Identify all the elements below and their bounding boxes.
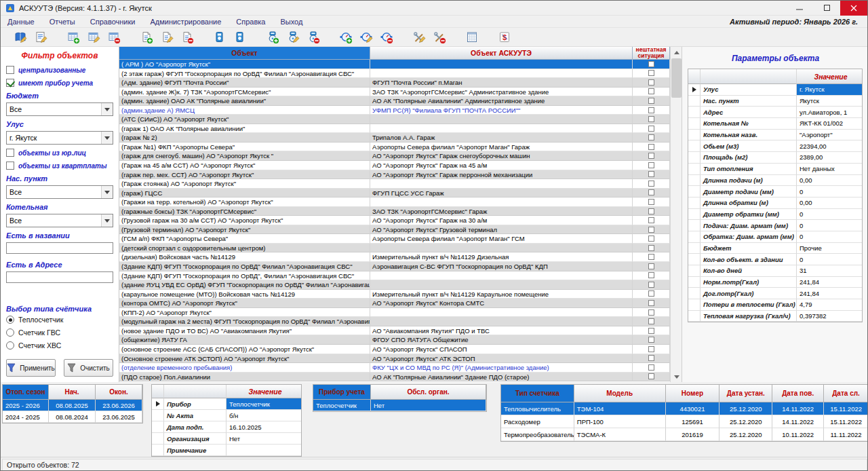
objects-table-row[interactable]: (гараж для снегоуб. машин) АО "Аэропорт … <box>119 151 670 161</box>
emergency-checkbox[interactable] <box>648 181 654 187</box>
column-header[interactable]: Номер <box>666 385 720 402</box>
column-header-object[interactable]: Объект <box>119 47 370 60</box>
param-value[interactable]: 0,00 <box>797 175 862 187</box>
askuute-name-cell[interactable]: АО АК "Полярные Авиалинии" Административ… <box>370 96 633 106</box>
param-row[interactable]: Тип отопленияНет данных <box>688 164 862 175</box>
meter-edit-button[interactable] <box>283 29 303 46</box>
object-name-cell[interactable]: (гараж пер. мех. ССТ) АО "Аэропорт Якутс… <box>119 170 370 180</box>
emergency-checkbox[interactable] <box>648 227 654 233</box>
emergency-checkbox[interactable] <box>648 364 654 371</box>
settlement-select[interactable]: Все <box>6 185 113 199</box>
askuute-name-cell[interactable]: Аэропорты Севера филиал "Аэропорт Маган"… <box>370 234 633 244</box>
param-value[interactable]: 0 <box>797 231 862 243</box>
emergency-checkbox[interactable] <box>648 318 654 324</box>
object-name-cell[interactable]: (Гаражи на терр. котельной) АО "Аэропорт… <box>119 197 370 207</box>
tools-remove-button[interactable] <box>429 29 450 46</box>
table-row[interactable]: ТеплосчетчикНет <box>313 400 486 411</box>
meter-type-option-3[interactable]: Счетчик ХВС <box>6 341 113 350</box>
act-row[interactable]: № Актаб/н <box>152 410 301 421</box>
objects-table-row[interactable]: (Основное строение АТК ЭСТОП) АО "Аэропо… <box>119 354 670 364</box>
param-value[interactable]: 4,79 <box>797 299 862 311</box>
column-header[interactable]: Отоп. сезон <box>3 385 49 400</box>
filter-checkbox-1[interactable]: централизованные <box>6 66 113 74</box>
scroll-up-icon[interactable] <box>671 47 682 58</box>
meter-type-option-2[interactable]: Счетчик ГВС <box>6 328 113 337</box>
objects-table-row[interactable]: (гараж пер. мех. ССТ) АО "Аэропорт Якутс… <box>119 170 670 180</box>
apply-filter-button[interactable]: Применить <box>6 359 56 377</box>
askuute-name-cell[interactable]: АО "Аэропорт Якутск" АТК ЭСТОП <box>370 354 633 364</box>
objects-table-row[interactable]: (2 этаж гараж) ФГУП "Госкорпорация по Ор… <box>119 69 670 79</box>
param-row[interactable]: Кол-во дней31 <box>688 265 862 277</box>
object-name-cell[interactable]: (АТС (СИиС)) АО "Аэропорт Якутск" <box>119 115 370 124</box>
param-value[interactable]: 0 <box>797 254 862 265</box>
param-row[interactable]: Кол-во объект. в здании0 <box>688 254 862 265</box>
objects-table-row[interactable]: (модульный гараж на 2 места) ФГУП "Госко… <box>119 317 670 326</box>
object-name-cell[interactable]: (общежитие) ЯАТУ ГА <box>119 335 370 345</box>
object-name-cell[interactable]: (Грузовой гараж на 30 а/м ССТ) АО "Аэроп… <box>119 216 370 225</box>
act-value[interactable]: б/н <box>226 410 301 421</box>
column-header[interactable]: Дата устан. <box>719 385 772 402</box>
emergency-checkbox[interactable] <box>648 328 654 334</box>
table-row[interactable]: РасходомерПРП-10012569125.12.202014.11.2… <box>501 415 868 428</box>
addr-search-input[interactable] <box>6 271 113 283</box>
objects-table-row[interactable]: (Адм. здание) ФГУП "Почта России"ФГУП "П… <box>119 78 670 88</box>
menu-item-3[interactable]: Справочники <box>90 18 136 26</box>
param-value[interactable]: Якутск <box>797 96 862 107</box>
column-header[interactable]: Окон. <box>96 385 142 400</box>
chevron-down-icon[interactable] <box>101 132 113 144</box>
object-name-cell[interactable]: (ГСМ а/п) ФКП "Аэропорты Севера" <box>119 234 370 244</box>
emergency-checkbox[interactable] <box>648 373 654 379</box>
param-row[interactable]: Улусг. Якутск <box>688 84 862 96</box>
askuute-name-cell[interactable]: ЗАО ТЗК "АэропортГСМсервис" Гараж <box>370 207 633 216</box>
param-value[interactable]: 31 <box>797 265 862 277</box>
menu-item-5[interactable]: Справка <box>236 18 265 26</box>
askuute-name-cell[interactable]: АО "Аэропорт Якутск" Гараж на 30 а/м <box>370 216 633 225</box>
emergency-checkbox[interactable] <box>648 254 654 260</box>
object-name-cell[interactable]: (контора ОМТС) АО "Аэропорт Якутск" <box>119 299 370 308</box>
close-button[interactable] <box>840 1 867 16</box>
objects-table-row[interactable]: (новое здание ПДО и ТО ВС) АО "Авиакомпа… <box>119 326 670 336</box>
param-row[interactable]: Подача: Диам. армат (мм)0 <box>688 220 862 231</box>
param-row[interactable]: Адресул.Авиаторов, 1 <box>688 107 862 118</box>
param-row[interactable]: Котельная назв."Аэропорт" <box>688 130 862 141</box>
emergency-checkbox[interactable] <box>648 189 654 195</box>
param-value[interactable]: 241,84 <box>797 288 862 299</box>
objects-table-row[interactable]: (отделение временного пребывания)ФКУ "ЦХ… <box>119 363 670 373</box>
askuute-name-cell[interactable]: АО "Аэропорт Якутск" Гараж снегоуборочны… <box>370 151 633 161</box>
tools-edit-button[interactable] <box>409 29 429 46</box>
object-name-cell[interactable]: (админ.здание А) ЯМСЦ <box>119 106 370 115</box>
askuute-name-cell[interactable] <box>370 280 633 290</box>
column-header[interactable]: Дата пов. <box>772 385 824 402</box>
askuute-name-cell[interactable]: АО "Аэропорт Якутск" Грузовой терминал <box>370 225 633 235</box>
emergency-checkbox[interactable] <box>648 116 654 122</box>
emergency-checkbox[interactable] <box>648 79 654 86</box>
objects-table-row[interactable]: (АТС (СИиС)) АО "Аэропорт Якутск" <box>119 115 670 124</box>
boiler-select[interactable]: Все <box>6 214 113 227</box>
askuute-name-cell[interactable]: АО АК "Полярные Авиалинии" Здание ПДО (с… <box>370 373 633 382</box>
gauge-add-button[interactable] <box>336 29 356 46</box>
param-row[interactable]: Нас. пунктЯкутск <box>688 96 862 107</box>
act-value[interactable] <box>226 445 301 456</box>
param-value[interactable]: Прочие <box>797 243 862 255</box>
param-row[interactable]: Обратка: Диам. армат (мм)0 <box>688 231 862 243</box>
param-row[interactable]: Длинна обратки (м)0,00 <box>688 197 862 209</box>
askuute-name-cell[interactable]: АО "Аэропорт Якутск" Гараж на 45 а/м <box>370 161 633 170</box>
page-remove-button[interactable] <box>177 29 197 46</box>
page-add-button[interactable] <box>136 29 157 46</box>
askuute-name-cell[interactable]: Трипалов А.А. Гараж <box>370 133 633 143</box>
objects-table-row[interactable]: (Гараж на 45 а/м ССТ) АО "Аэропорт Якутс… <box>119 161 670 170</box>
scroll-down-icon[interactable] <box>671 371 682 382</box>
filter-checkbox-2[interactable]: имеют прибор учета <box>6 79 113 87</box>
param-value[interactable]: 0 <box>797 186 862 197</box>
chevron-down-icon[interactable] <box>101 186 113 198</box>
param-row[interactable]: Норм.потр(Гкал)241,84 <box>688 277 862 288</box>
menu-item-6[interactable]: Выход <box>280 18 302 26</box>
act-value[interactable]: Нет <box>226 433 301 445</box>
act-row[interactable]: Дата подп.16.10.2025 <box>152 421 301 433</box>
emergency-checkbox[interactable] <box>648 272 654 278</box>
askuute-name-cell[interactable]: Измерительный пункт в/ч №14129 Дизельная <box>370 252 633 262</box>
object-name-cell[interactable]: (Основное строение АТК ЭСТОП) АО "Аэропо… <box>119 354 370 364</box>
radio-icon[interactable] <box>6 316 14 324</box>
emergency-checkbox[interactable] <box>648 61 654 67</box>
object-name-cell[interactable]: (2 этаж гараж) ФГУП "Госкорпорация по Ор… <box>119 69 370 79</box>
